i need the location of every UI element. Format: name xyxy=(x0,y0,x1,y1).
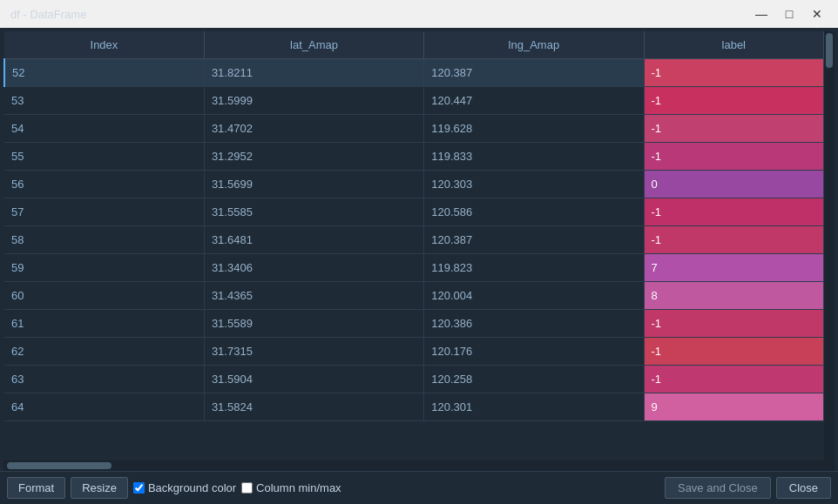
save-close-button[interactable]: Save and Close xyxy=(665,477,771,499)
table-row[interactable]: 5631.5699120.3030 xyxy=(4,171,824,198)
cell-lat: 31.5699 xyxy=(204,171,423,198)
cell-lat: 31.5589 xyxy=(204,310,423,338)
cell-lat: 31.5904 xyxy=(204,366,423,393)
col-header-label: label xyxy=(644,31,823,59)
bg-color-checkbox[interactable] xyxy=(133,482,145,494)
cell-index: 52 xyxy=(4,59,204,87)
minimize-button[interactable]: — xyxy=(751,3,772,24)
col-header-lat: lat_Amap xyxy=(204,31,423,59)
cell-lng: 119.823 xyxy=(424,254,644,282)
scroll-thumb[interactable] xyxy=(826,33,833,68)
cell-label: 7 xyxy=(644,254,823,282)
cell-lat: 31.4702 xyxy=(204,115,423,143)
cell-lng: 120.301 xyxy=(424,393,644,421)
cell-index: 59 xyxy=(4,254,204,282)
cell-index: 53 xyxy=(4,87,204,115)
cell-label: -1 xyxy=(644,366,823,393)
cell-index: 56 xyxy=(4,171,204,198)
cell-lng: 120.258 xyxy=(424,366,644,393)
cell-lat: 31.7315 xyxy=(204,338,423,366)
cell-label: -1 xyxy=(644,143,823,171)
bg-color-checkbox-item[interactable]: Background color xyxy=(133,481,236,494)
main-content: Index lat_Amap lng_Amap label 5231.82111… xyxy=(0,28,838,471)
cell-lng: 120.386 xyxy=(424,310,644,338)
cell-label: -1 xyxy=(644,87,823,115)
cell-lng: 119.628 xyxy=(424,115,644,143)
cell-index: 60 xyxy=(4,282,204,310)
cell-lng: 120.586 xyxy=(424,198,644,226)
cell-lat: 31.5585 xyxy=(204,198,423,226)
cell-lng: 120.004 xyxy=(424,282,644,310)
cell-index: 57 xyxy=(4,198,204,226)
cell-lat: 31.5999 xyxy=(204,87,423,115)
cell-lng: 120.387 xyxy=(424,226,644,254)
col-minmax-label: Column min/max xyxy=(256,481,341,494)
cell-lng: 120.303 xyxy=(424,171,644,198)
cell-label: -1 xyxy=(644,310,823,338)
close-window-button[interactable]: ✕ xyxy=(807,3,828,24)
window-controls: — □ ✕ xyxy=(751,3,828,24)
cell-label: -1 xyxy=(644,226,823,254)
vertical-scrollbar[interactable] xyxy=(824,31,835,460)
title-bar: df - DataFrame — □ ✕ xyxy=(0,0,838,28)
cell-lng: 120.387 xyxy=(424,59,644,87)
table-container: Index lat_Amap lng_Amap label 5231.82111… xyxy=(3,31,835,460)
hscroll-thumb[interactable] xyxy=(7,462,112,469)
window-title: df - DataFrame xyxy=(10,8,86,21)
cell-lat: 31.5824 xyxy=(204,393,423,421)
table-row[interactable]: 6031.4365120.0048 xyxy=(4,282,824,310)
table-row[interactable]: 6431.5824120.3019 xyxy=(4,393,824,421)
cell-label: 8 xyxy=(644,282,823,310)
cell-lng: 119.833 xyxy=(424,143,644,171)
cell-index: 64 xyxy=(4,393,204,421)
table-row[interactable]: 5531.2952119.833-1 xyxy=(4,143,824,171)
cell-index: 58 xyxy=(4,226,204,254)
cell-lat: 31.3406 xyxy=(204,254,423,282)
close-button[interactable]: Close xyxy=(776,477,831,499)
table-row[interactable]: 5231.8211120.387-1 xyxy=(4,59,824,87)
dataframe-table: Index lat_Amap lng_Amap label 5231.82111… xyxy=(3,31,824,421)
col-minmax-checkbox-item[interactable]: Column min/max xyxy=(241,481,341,494)
cell-index: 54 xyxy=(4,115,204,143)
cell-index: 62 xyxy=(4,338,204,366)
format-button[interactable]: Format xyxy=(7,477,65,499)
bg-color-label: Background color xyxy=(148,481,236,494)
table-row[interactable]: 5931.3406119.8237 xyxy=(4,254,824,282)
table-row[interactable]: 6131.5589120.386-1 xyxy=(4,310,824,338)
cell-index: 61 xyxy=(4,310,204,338)
cell-lng: 120.176 xyxy=(424,338,644,366)
cell-lat: 31.6481 xyxy=(204,226,423,254)
cell-lat: 31.8211 xyxy=(204,59,423,87)
resize-button[interactable]: Resize xyxy=(71,477,128,499)
horizontal-scrollbar[interactable] xyxy=(3,460,835,471)
cell-label: -1 xyxy=(644,59,823,87)
col-header-lng: lng_Amap xyxy=(424,31,644,59)
col-header-index: Index xyxy=(4,31,204,59)
footer-right-buttons: Save and Close Close xyxy=(665,477,831,499)
table-row[interactable]: 5831.6481120.387-1 xyxy=(4,226,824,254)
cell-index: 55 xyxy=(4,143,204,171)
cell-lng: 120.447 xyxy=(424,87,644,115)
maximize-button[interactable]: □ xyxy=(779,3,800,24)
cell-label: -1 xyxy=(644,198,823,226)
cell-index: 63 xyxy=(4,366,204,393)
table-row[interactable]: 5731.5585120.586-1 xyxy=(4,198,824,226)
table-row[interactable]: 5431.4702119.628-1 xyxy=(4,115,824,143)
cell-lat: 31.4365 xyxy=(204,282,423,310)
table-row[interactable]: 6331.5904120.258-1 xyxy=(4,366,824,393)
col-minmax-checkbox[interactable] xyxy=(241,482,253,494)
footer-toolbar: Format Resize Background color Column mi… xyxy=(0,471,838,504)
cell-label: -1 xyxy=(644,115,823,143)
table-row[interactable]: 6231.7315120.176-1 xyxy=(4,338,824,366)
cell-label: 0 xyxy=(644,171,823,198)
table-row[interactable]: 5331.5999120.447-1 xyxy=(4,87,824,115)
cell-label: -1 xyxy=(644,338,823,366)
cell-label: 9 xyxy=(644,393,823,421)
cell-lat: 31.2952 xyxy=(204,143,423,171)
